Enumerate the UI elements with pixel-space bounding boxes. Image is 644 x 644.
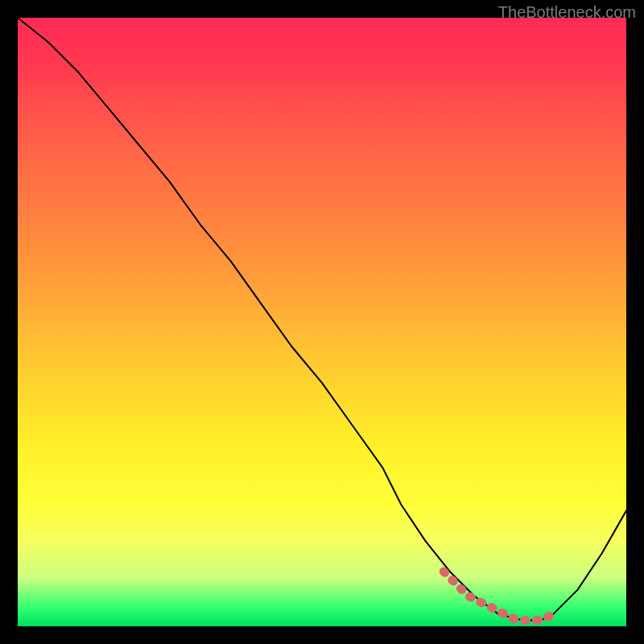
- optimal-highlight: [444, 572, 553, 620]
- chart-stage: TheBottleneck.com: [0, 0, 644, 644]
- chart-svg: [18, 18, 626, 626]
- plot-area: [18, 18, 626, 626]
- bottleneck-curve: [18, 18, 626, 620]
